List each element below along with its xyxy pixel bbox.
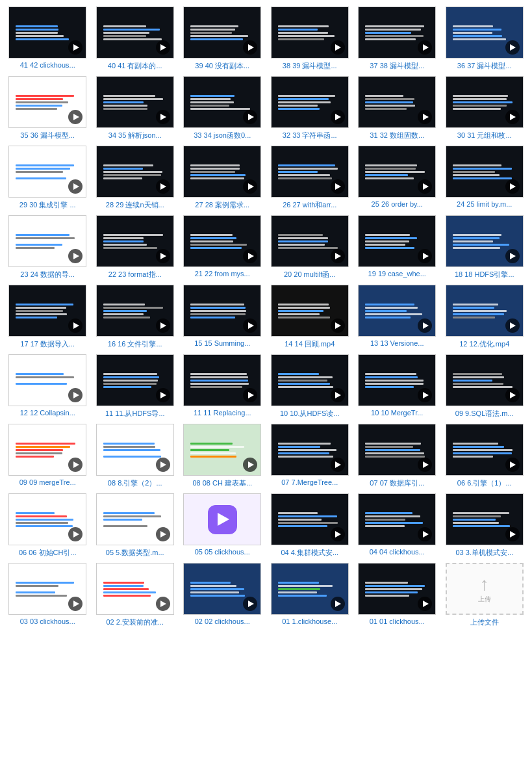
thumb	[183, 215, 261, 267]
video-item[interactable]: 11 11.从HDFS导...	[94, 354, 177, 419]
play-button-icon[interactable]	[331, 179, 345, 194]
video-item[interactable]: 40 41 有副本的...	[94, 6, 177, 71]
video-item[interactable]: 02 02 clickhous...	[181, 563, 264, 627]
play-button-icon[interactable]	[331, 527, 345, 541]
video-item[interactable]: 36 37 漏斗模型...	[444, 6, 526, 71]
video-item[interactable]: 05 05 clickhous...	[181, 493, 264, 558]
video-item[interactable]: 20 20 multilf函...	[269, 215, 351, 279]
thumb	[446, 424, 524, 476]
video-item[interactable]: 14 14 回顾.mp4	[269, 285, 351, 349]
video-item[interactable]: 12 12.优化.mp4	[444, 285, 526, 349]
play-button-icon[interactable]	[505, 110, 520, 124]
video-item[interactable]: 08 08 CH 建表基...	[181, 424, 264, 488]
play-button-icon[interactable]	[156, 40, 170, 55]
video-item[interactable]: 22 23 format指...	[94, 215, 177, 279]
item-label: 34 35 解析json...	[96, 131, 174, 140]
item-label: 19 19 case_whe...	[358, 270, 436, 278]
play-button-icon[interactable]	[505, 249, 520, 263]
play-button-icon[interactable]	[156, 527, 170, 541]
item-label: 31 32 数组固数...	[358, 131, 436, 140]
thumb	[8, 285, 86, 337]
item-label: 13 13 Versione...	[358, 339, 436, 347]
play-button-icon[interactable]	[505, 527, 520, 541]
video-item[interactable]: 03 03 clickhous...	[6, 563, 89, 627]
thumb	[96, 285, 174, 337]
thumb	[8, 76, 86, 128]
play-button-icon[interactable]	[505, 40, 520, 55]
thumb	[358, 285, 436, 337]
play-button-icon[interactable]	[156, 179, 170, 194]
video-item[interactable]: 11 11 Replacing...	[181, 354, 264, 419]
thumb	[183, 285, 261, 337]
video-item[interactable]: 09 9.SQL语法.m...	[444, 354, 526, 419]
play-button-icon[interactable]	[156, 249, 170, 263]
video-item[interactable]: 10 10.从HDFS读...	[269, 354, 351, 419]
play-button-icon[interactable]	[331, 249, 345, 263]
video-item[interactable]: 10 10 MergeTr...	[356, 354, 438, 419]
video-item[interactable]: 16 16 文件引擎...	[94, 285, 177, 349]
video-item[interactable]: 17 17 数据导入...	[6, 285, 89, 349]
video-item[interactable]: 05 5.数据类型.m...	[94, 493, 177, 558]
video-item[interactable]: 01 1.clickhouse...	[269, 563, 351, 627]
video-item[interactable]: 06 06 初始CH引...	[6, 493, 89, 558]
play-button-icon[interactable]	[156, 597, 170, 611]
video-item[interactable]: 01 01 clickhous...	[356, 563, 438, 627]
play-button-icon[interactable]	[331, 110, 345, 124]
item-label: 17 17 数据导入...	[8, 339, 86, 349]
video-item[interactable]: 24 25 limit by.m...	[444, 146, 526, 210]
play-button-icon[interactable]	[156, 388, 170, 402]
play-button-icon[interactable]	[331, 388, 345, 402]
video-item[interactable]: 04 04 clickhous...	[356, 493, 438, 558]
thumb	[96, 563, 174, 615]
video-item[interactable]: 31 32 数组固数...	[356, 76, 438, 140]
video-item[interactable]: 02 2.安装前的准...	[94, 563, 177, 627]
thumb	[96, 424, 174, 476]
video-item[interactable]: 27 28 案例需求...	[181, 146, 264, 210]
video-item[interactable]: 23 24 数据的导...	[6, 215, 89, 279]
thumb	[96, 6, 174, 58]
video-item[interactable]: 08 8.引擎（2）...	[94, 424, 177, 488]
video-item[interactable]: 41 42 clickhous...	[6, 6, 89, 71]
video-item[interactable]: 29 30 集成引擎 ...	[6, 146, 89, 210]
upload-box[interactable]: ↑ 上传	[446, 563, 524, 615]
video-item[interactable]: 18 18 HDFS引擎...	[444, 215, 526, 279]
video-item[interactable]: 25 26 order by...	[356, 146, 438, 210]
item-label: 05 05 clickhous...	[183, 548, 261, 556]
item-label: 32 33 字符串函...	[271, 131, 349, 140]
play-button-icon[interactable]	[505, 179, 520, 194]
video-item[interactable]: 35 36 漏斗模型...	[6, 76, 89, 140]
video-item[interactable]: 04 4.集群模式安...	[269, 493, 351, 558]
video-item[interactable]: 19 19 case_whe...	[356, 215, 438, 279]
video-item[interactable]: 33 34 json函数0...	[181, 76, 264, 140]
video-item[interactable]: 30 31 元组和枚...	[444, 76, 526, 140]
video-item[interactable]: 37 38 漏斗模型...	[356, 6, 438, 71]
video-item[interactable]: 03 3.单机模式安...	[444, 493, 526, 558]
video-item[interactable]: 06 6.引擎（1）...	[444, 424, 526, 488]
video-item[interactable]: 34 35 解析json...	[94, 76, 177, 140]
video-item[interactable]: 12 12 Collapsin...	[6, 354, 89, 419]
thumb	[96, 215, 174, 267]
play-button-icon[interactable]	[156, 318, 170, 333]
play-button-icon[interactable]	[156, 110, 170, 124]
video-item[interactable]: 21 22 from mys...	[181, 215, 264, 279]
play-button-icon[interactable]	[331, 597, 345, 611]
video-item[interactable]: 07 7.MergeTree...	[269, 424, 351, 488]
play-button-icon[interactable]	[505, 458, 520, 472]
video-item[interactable]: 13 13 Versione...	[356, 285, 438, 349]
play-button-icon[interactable]	[331, 40, 345, 55]
play-button-icon[interactable]	[505, 318, 520, 333]
video-item[interactable]: 07 07 数据库引...	[356, 424, 438, 488]
play-button-icon[interactable]	[331, 458, 345, 472]
video-item[interactable]: 32 33 字符串函...	[269, 76, 351, 140]
video-item[interactable]: 39 40 没有副本...	[181, 6, 264, 71]
video-item[interactable]: 28 29 连续n天销...	[94, 146, 177, 210]
video-item[interactable]: 15 15 Summing...	[181, 285, 264, 349]
play-button-icon[interactable]	[331, 318, 345, 333]
video-item[interactable]: 38 39 漏斗模型...	[269, 6, 351, 71]
play-button-icon[interactable]	[156, 458, 170, 472]
video-item[interactable]: 09 09 mergeTre...	[6, 424, 89, 488]
thumb	[271, 76, 349, 128]
video-item[interactable]: ↑ 上传 上传文件	[444, 563, 526, 627]
video-item[interactable]: 26 27 with和arr...	[269, 146, 351, 210]
play-button-icon[interactable]	[505, 388, 520, 402]
